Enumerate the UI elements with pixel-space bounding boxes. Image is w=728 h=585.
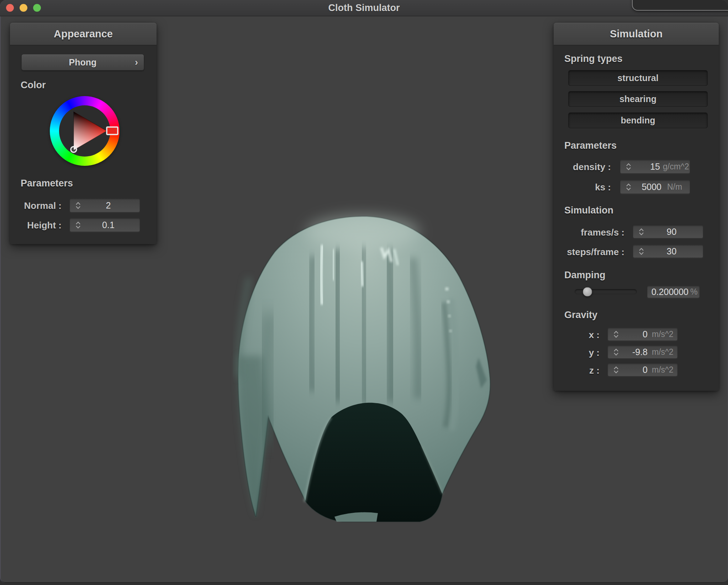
minimize-button[interactable]: [20, 4, 27, 12]
gravity-z-spinner[interactable]: 0 m/s^2: [607, 363, 678, 376]
spinner-updown-icon[interactable]: [608, 367, 621, 373]
height-label: Height :: [10, 220, 62, 231]
normal-value[interactable]: 2: [83, 200, 133, 211]
damping-value[interactable]: 0.200000: [651, 287, 689, 297]
appearance-panel: Appearance Phong › Color: [10, 23, 157, 244]
damping-label: Damping: [564, 270, 606, 281]
density-value[interactable]: 15: [634, 162, 660, 172]
spinner-updown-icon[interactable]: [70, 222, 83, 228]
spinner-updown-icon[interactable]: [608, 331, 621, 338]
background-window-corner: [632, 0, 728, 11]
gravity-y-value[interactable]: -9.8: [621, 347, 648, 357]
gravity-x-value[interactable]: 0: [621, 329, 648, 339]
saturation-value-triangle[interactable]: [74, 112, 107, 150]
spinner-updown-icon[interactable]: [633, 228, 647, 235]
appearance-panel-header[interactable]: Appearance: [10, 23, 157, 46]
appearance-parameters-label: Parameters: [21, 178, 73, 189]
damping-textbox[interactable]: 0.200000 %: [647, 285, 700, 298]
steps-value[interactable]: 30: [647, 246, 697, 257]
gravity-x-label: x :: [554, 330, 600, 341]
title-bar[interactable]: Cloth Simulator: [0, 0, 728, 16]
spinner-updown-icon[interactable]: [620, 184, 634, 190]
structural-button[interactable]: structural: [568, 70, 708, 86]
gravity-z-value[interactable]: 0: [621, 365, 648, 375]
damping-slider[interactable]: [575, 289, 637, 294]
spinner-updown-icon[interactable]: [633, 248, 647, 255]
simulation-panel: Simulation Spring types structural shear…: [554, 23, 719, 391]
spring-types-label: Spring types: [564, 53, 623, 64]
steps-spinner[interactable]: 30: [633, 244, 703, 258]
color-wheel[interactable]: [50, 96, 120, 166]
simulation-panel-header[interactable]: Simulation: [554, 23, 719, 46]
normal-label: Normal :: [10, 200, 62, 211]
ks-spinner[interactable]: 5000 N/m: [620, 180, 690, 194]
gravity-y-label: y :: [554, 347, 600, 358]
shader-popup-label: Phong: [69, 57, 97, 67]
zoom-button[interactable]: [33, 4, 41, 12]
gravity-y-unit: m/s^2: [648, 347, 677, 357]
spinner-updown-icon[interactable]: [620, 163, 634, 170]
frames-value[interactable]: 90: [647, 227, 697, 237]
close-button[interactable]: [6, 4, 14, 12]
steps-label: steps/frame :: [554, 247, 624, 258]
density-unit: g/cm^2: [660, 162, 690, 172]
color-section-label: Color: [21, 80, 46, 91]
ks-value[interactable]: 5000: [634, 182, 661, 192]
frames-spinner[interactable]: 90: [633, 225, 703, 238]
sim-parameters-label: Parameters: [564, 140, 617, 151]
gravity-z-unit: m/s^2: [648, 365, 677, 375]
spinner-updown-icon[interactable]: [70, 202, 83, 209]
sim-section-label: Simulation: [564, 205, 613, 216]
height-spinner[interactable]: 0.1: [69, 218, 140, 232]
normal-spinner[interactable]: 2: [69, 198, 140, 212]
gravity-label: Gravity: [564, 310, 597, 321]
bending-button[interactable]: bending: [568, 112, 708, 128]
density-spinner[interactable]: 15 g/cm^2: [620, 159, 690, 174]
gravity-y-spinner[interactable]: -9.8 m/s^2: [607, 345, 678, 359]
frames-label: frames/s :: [554, 227, 624, 238]
shader-popup-button[interactable]: Phong ›: [21, 54, 144, 70]
gravity-x-spinner[interactable]: 0 m/s^2: [607, 327, 678, 341]
density-label: density :: [554, 162, 611, 173]
window-title: Cloth Simulator: [0, 0, 728, 16]
ks-label: ks :: [554, 182, 611, 193]
damping-unit: %: [689, 287, 700, 297]
damping-slider-knob[interactable]: [582, 287, 592, 296]
chevron-right-icon: ›: [135, 54, 138, 70]
shearing-button[interactable]: shearing: [568, 91, 708, 107]
app-window: Cloth Simulator Appearance Phong › Color: [0, 0, 728, 583]
gravity-x-unit: m/s^2: [648, 330, 677, 339]
sv-marker[interactable]: [71, 147, 77, 152]
ks-unit: N/m: [661, 182, 690, 192]
gravity-z-label: z :: [554, 365, 600, 376]
spinner-updown-icon[interactable]: [608, 349, 621, 355]
hue-marker[interactable]: [107, 127, 118, 135]
height-value[interactable]: 0.1: [83, 220, 133, 230]
